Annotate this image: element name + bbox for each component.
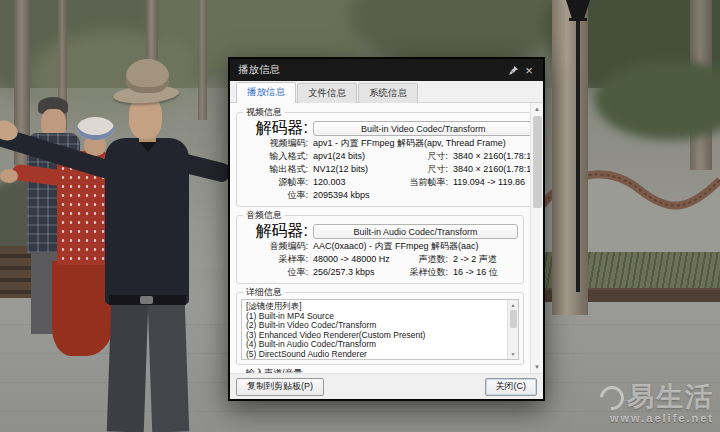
tab-system-info[interactable]: 系统信息 [358,83,418,103]
close-button[interactable]: 关闭(C) [485,378,538,396]
size-value: 3840 × 2160(1.78:1) [453,163,530,176]
red-woman-hand [0,169,18,183]
audio-bitrate-value: 256/257.3 kbps [313,266,375,279]
audio-info-group: 音频信息 解码器: Built-in Audio Codec/Transform… [236,209,524,284]
input-format-label: 输入格式: [241,150,313,163]
current-fps-value: 119.094 -> 119.86 [453,176,525,189]
video-decoder-label: 解码器: [241,118,313,139]
red-woman-hat [77,117,114,140]
filter-list[interactable]: [滤镜使用列表] (1) Built-in MP4 Source (2) Bui… [241,299,519,360]
video-codec-label: 视频编码: [241,137,313,150]
watermark: 易生活 www.aelife.net [600,384,714,424]
list-scrollbar[interactable]: ▲ ▼ [507,300,518,359]
dialog-content: 视频信息 解码器: Built-in Video Codec/Transform… [230,103,543,373]
playback-info-dialog: 播放信息 × 播放信息 文件信息 系统信息 视频信息 解码器: Built-in… [228,57,545,401]
audio-codec-label: 音频编码: [241,240,313,253]
input-format-value: apv1(24 bits) [313,150,365,163]
detail-info-group: 详细信息 [滤镜使用列表] (1) Built-in MP4 Source (2… [236,286,524,365]
dancing-man-leg [107,302,148,432]
pin-button[interactable] [505,62,521,78]
tab-playback-info[interactable]: 播放信息 [236,82,296,103]
pin-icon [508,65,519,76]
source-fps-value: 120.003 [313,176,346,189]
samplerate-value: 48000 -> 48000 Hz [313,253,390,266]
sample-bits-value: 16 -> 16 位 [453,266,498,279]
video-bitrate-label: 位率: [241,189,313,202]
audio-decoder-button[interactable]: Built-in Audio Codec/Transform [313,224,518,239]
size-label: 尺寸: [391,163,453,176]
dialog-button-bar: 复制到剪贴板(P) 关闭(C) [230,373,543,399]
watermark-url: www.aelife.net [600,413,714,424]
size-value: 3840 × 2160(1.78:1) [453,150,530,163]
video-codec-value: apv1 - 内置 FFmpeg 解码器(apv, Thread Frame) [313,137,506,150]
output-format-label: 输出格式: [241,163,313,176]
video-bitrate-value: 2095394 kbps [313,189,370,202]
filter-list-item: <视频信息> [246,359,504,360]
dancing-man-hat [126,59,169,93]
output-format-value: NV12(12 bits) [313,163,368,176]
lamp-post [576,14,580,292]
detail-info-group-title: 详细信息 [243,286,285,299]
audio-bitrate-label: 位率: [241,266,313,279]
watermark-logo-icon [595,381,629,415]
dialog-titlebar[interactable]: 播放信息 × [230,59,543,81]
watermark-brand: 易生活 [627,384,714,411]
close-icon[interactable]: × [521,62,537,78]
dancing-man-torso [105,138,189,304]
channels-label: 声道数: [391,253,453,266]
channels-value: 2 -> 2 声道 [453,253,497,266]
current-fps-label: 当前帧率: [391,176,453,189]
audio-decoder-label: 解码器: [241,221,313,242]
tree-trunk [198,0,207,120]
dialog-scrollbar-thumb[interactable] [533,116,542,208]
player-window: 易生活 www.aelife.net 播放信息 × 播放信息 文件信息 系统信息… [0,0,720,432]
tree-trunk [552,0,588,315]
dialog-title: 播放信息 [238,63,505,77]
dialog-scrollbar[interactable]: ▲ ▼ [530,103,543,373]
dancing-man-leg [148,302,189,432]
samplerate-label: 采样率: [241,253,313,266]
copy-to-clipboard-button[interactable]: 复制到剪贴板(P) [236,378,324,396]
tab-strip: 播放信息 文件信息 系统信息 [230,81,543,103]
dancing-man-buckle [140,296,153,304]
lamp-bar [569,18,587,21]
source-fps-label: 源帧率: [241,176,313,189]
audio-codec-value: AAC(0xaac0) - 内置 FFmpeg 解码器(aac) [313,240,479,253]
video-decoder-button[interactable]: Built-in Video Codec/Transform [313,121,530,136]
scroll-down-icon[interactable]: ▼ [531,361,543,373]
list-scrollbar-thumb[interactable] [510,310,517,328]
scroll-down-icon[interactable]: ▼ [508,349,518,359]
tab-file-info[interactable]: 文件信息 [297,83,357,103]
size-label: 尺寸: [391,150,453,163]
scroll-up-icon[interactable]: ▲ [508,300,518,310]
scroll-up-icon[interactable]: ▲ [531,103,543,115]
video-info-group: 视频信息 解码器: Built-in Video Codec/Transform… [236,106,530,207]
sample-bits-label: 采样位数: [391,266,453,279]
